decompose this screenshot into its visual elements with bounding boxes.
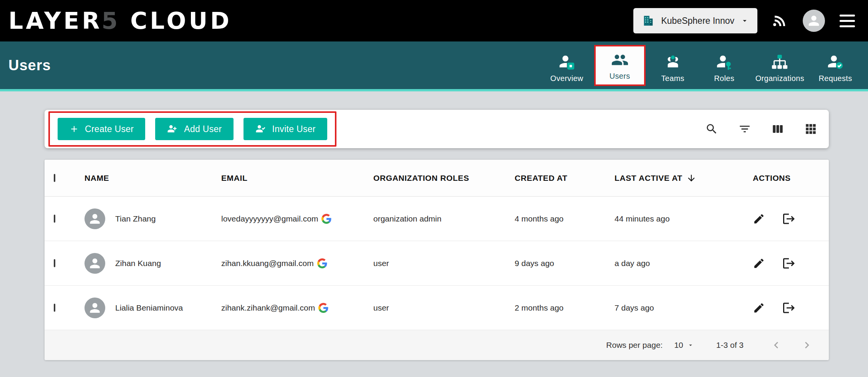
row-checkbox[interactable] (54, 259, 55, 267)
column-header-org-roles: ORGANIZATION ROLES (373, 174, 515, 183)
search-icon (705, 122, 718, 136)
logout-icon (782, 212, 796, 226)
table-pagination-footer: Rows per page: 10 1-3 of 3 (45, 330, 829, 360)
logo-text-5: 5 (102, 7, 121, 34)
users-toolbar: Create User Add User Invite User (45, 110, 829, 148)
chevron-right-icon (800, 339, 813, 352)
remove-user-button[interactable] (782, 301, 796, 315)
user-name: Zihan Kuang (115, 259, 161, 268)
org-role: user (373, 259, 515, 268)
column-header-email: EMAIL (221, 174, 373, 183)
pagination-range-label: 1-3 of 3 (716, 341, 744, 350)
invite-user-button[interactable]: Invite User (244, 118, 327, 140)
rss-feed-button[interactable] (772, 13, 788, 29)
user-name: Tian Zhang (115, 214, 156, 223)
nav-item-teams[interactable]: Teams (647, 44, 699, 87)
user-name: Lialia Beniaminova (115, 303, 183, 313)
edit-user-button[interactable] (753, 302, 765, 314)
last-active-at: 44 minutes ago (615, 214, 753, 223)
grid-view-button[interactable] (804, 122, 817, 136)
section-nav-bar: Users Overview Users Teams (0, 41, 868, 89)
google-icon (321, 214, 331, 224)
main-content: Create User Add User Invite User (0, 91, 868, 360)
created-at: 2 months ago (515, 303, 615, 313)
plus-icon (69, 124, 79, 134)
nav-item-label: Roles (714, 74, 734, 83)
avatar (84, 253, 105, 274)
previous-page-button[interactable] (770, 339, 783, 352)
org-role: user (373, 303, 515, 313)
create-user-label: Create User (85, 124, 134, 134)
column-header-name: NAME (84, 174, 221, 183)
edit-user-button[interactable] (753, 213, 765, 225)
organization-selector[interactable]: KubeSphere Innov (633, 8, 757, 33)
add-user-button[interactable]: Add User (155, 118, 233, 140)
rss-icon (772, 13, 788, 29)
table-row: Tian Zhang lovedayyyyyyy@gmail.com organ… (45, 197, 829, 241)
logo-text-layer: LAYER (8, 7, 103, 34)
select-all-checkbox[interactable] (54, 174, 55, 182)
user-email: zihan.kkuang@gmail.com (221, 259, 314, 268)
person-check-icon (827, 53, 844, 71)
remove-user-button[interactable] (782, 256, 796, 270)
created-at: 4 months ago (515, 214, 615, 223)
column-header-actions: ACTIONS (753, 174, 820, 183)
people-icon (611, 51, 629, 69)
add-user-label: Add User (184, 124, 222, 134)
row-checkbox[interactable] (54, 304, 55, 312)
caret-down-icon (740, 17, 749, 25)
grid-icon (804, 122, 817, 136)
google-icon (317, 258, 327, 268)
next-page-button[interactable] (800, 339, 813, 352)
person-icon (88, 256, 102, 271)
edit-user-button[interactable] (753, 257, 765, 270)
sort-descending-icon[interactable] (686, 173, 696, 183)
nav-item-requests[interactable]: Requests (810, 44, 861, 87)
table-header-row: NAME EMAIL ORGANIZATION ROLES CREATED AT… (45, 160, 829, 197)
page-title: Users (8, 57, 51, 74)
nav-item-organizations[interactable]: Organizations (750, 44, 810, 87)
created-at: 9 days ago (515, 259, 615, 268)
person-add-icon (167, 123, 178, 135)
hamburger-menu-button[interactable] (840, 15, 855, 27)
logout-icon (782, 301, 796, 315)
user-email: lovedayyyyyyy@gmail.com (221, 214, 318, 223)
users-table: NAME EMAIL ORGANIZATION ROLES CREATED AT… (45, 160, 829, 360)
last-active-at: a day ago (615, 259, 753, 268)
org-role: organization admin (373, 214, 515, 223)
column-header-created-at: CREATED AT (515, 174, 615, 183)
nav-item-roles[interactable]: Roles (699, 44, 750, 87)
last-active-at: 7 days ago (615, 303, 753, 313)
caret-down-icon (687, 342, 694, 349)
avatar (84, 298, 105, 318)
logout-icon (782, 256, 796, 270)
person-key-icon (716, 53, 733, 71)
user-avatar[interactable] (803, 10, 825, 32)
columns-view-button[interactable] (771, 122, 784, 136)
person-badge-icon (558, 53, 576, 71)
chevron-left-icon (770, 339, 783, 352)
layer5-cloud-logo[interactable]: LAYER5 CLOUD (8, 7, 232, 34)
row-checkbox[interactable] (54, 215, 55, 223)
edit-pencil-icon (753, 213, 765, 225)
nav-item-label: Requests (819, 74, 852, 83)
annotation-box-user-buttons: Create User Add User Invite User (48, 111, 336, 147)
nav-item-overview[interactable]: Overview (541, 44, 593, 87)
invite-user-label: Invite User (272, 124, 316, 134)
avatar (84, 208, 105, 229)
remove-user-button[interactable] (782, 212, 796, 226)
column-header-last-active-at[interactable]: LAST ACTIVE AT (615, 173, 753, 183)
rows-per-page-select[interactable]: 10 (674, 341, 694, 350)
columns-icon (771, 122, 784, 136)
person-icon (806, 13, 822, 28)
table-row: Lialia Beniaminova zihank.zihank@gmail.c… (45, 286, 829, 330)
filter-button[interactable] (738, 122, 751, 136)
nav-item-label: Overview (550, 74, 583, 83)
create-user-button[interactable]: Create User (58, 118, 145, 140)
nav-items: Overview Users Teams Roles (541, 44, 861, 87)
nav-item-users[interactable]: Users (594, 45, 646, 86)
people-team-icon (664, 53, 682, 71)
logo-text-cloud: CLOUD (130, 7, 232, 34)
person-invite-icon (255, 123, 267, 135)
search-button[interactable] (705, 122, 718, 136)
